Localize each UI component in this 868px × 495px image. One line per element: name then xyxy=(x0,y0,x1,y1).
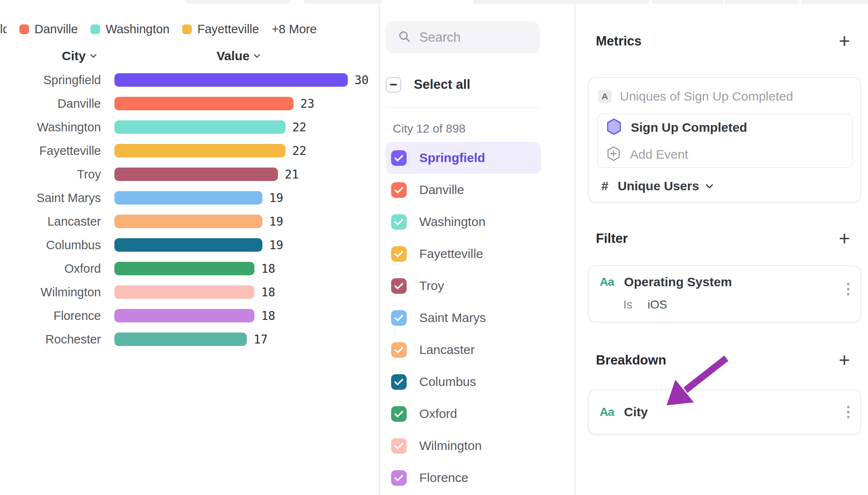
chart-bar[interactable] xyxy=(114,262,254,275)
metrics-section-title: Metrics xyxy=(596,34,642,49)
number-type-icon: # xyxy=(601,179,609,193)
chart-bar[interactable] xyxy=(114,191,262,205)
chart-bar[interactable] xyxy=(114,144,286,157)
chevron-down-icon xyxy=(254,54,260,58)
divider-list-inspector xyxy=(574,4,575,495)
check-icon xyxy=(394,184,403,194)
measure-selector[interactable]: # Unique Users xyxy=(601,178,712,194)
chart-row: Wilmington18 xyxy=(0,280,378,304)
breakdown-card[interactable]: Aa City xyxy=(588,389,861,435)
event-row[interactable]: Sign Up Completed xyxy=(606,119,747,136)
search-input[interactable]: Search xyxy=(386,21,540,53)
select-all-row[interactable]: Select all xyxy=(386,72,470,97)
chart-bar[interactable] xyxy=(114,309,254,322)
check-icon xyxy=(394,440,403,450)
select-all-checkbox[interactable] xyxy=(386,77,401,93)
chart-row: Danville23 xyxy=(0,92,378,115)
checked-checkbox[interactable] xyxy=(391,406,407,422)
list-item-oxford[interactable]: Oxford xyxy=(386,398,541,430)
filter-property-row[interactable]: Aa Operating System xyxy=(600,273,732,291)
list-item-troy[interactable]: Troy xyxy=(386,270,541,302)
analytics-app: { "accent": {"selected_bg": "#f0eefc", "… xyxy=(0,0,868,495)
chart-category-label: Saint Marys xyxy=(0,191,101,205)
list-item-springfield[interactable]: Springfield xyxy=(386,142,541,174)
checked-checkbox[interactable] xyxy=(391,438,407,454)
add-event-row[interactable]: Add Event xyxy=(606,146,688,163)
add-breakdown-button[interactable]: + xyxy=(835,351,854,369)
list-item-fayetteville[interactable]: Fayetteville xyxy=(386,238,541,270)
chart-row: Florence18 xyxy=(0,304,378,327)
event-hexagon-icon xyxy=(606,118,622,137)
list-item-danville[interactable]: Danville xyxy=(386,174,541,206)
list-item-label: Columbus xyxy=(419,375,476,389)
chart-category-label: Oxford xyxy=(0,262,101,276)
column-header-city-label: City xyxy=(62,49,86,63)
chart-bar[interactable] xyxy=(114,120,286,134)
list-item-washington[interactable]: Washington xyxy=(386,206,541,238)
legend-label: Washington xyxy=(106,22,169,36)
checked-checkbox[interactable] xyxy=(391,246,407,262)
add-filter-button[interactable]: + xyxy=(835,229,854,248)
filter-value: iOS xyxy=(648,298,667,311)
checked-checkbox[interactable] xyxy=(391,214,407,230)
chart-bar[interactable] xyxy=(114,97,294,110)
column-header-city[interactable]: City xyxy=(62,49,97,63)
check-icon xyxy=(394,216,403,226)
search-placeholder: Search xyxy=(419,30,460,45)
checked-checkbox[interactable] xyxy=(391,342,407,358)
chart-row: Springfield30 xyxy=(0,68,378,92)
filter-card[interactable]: Aa Operating System Is iOS xyxy=(588,265,861,322)
list-item-label: Washington xyxy=(419,215,485,229)
checked-checkbox[interactable] xyxy=(391,182,407,198)
checked-checkbox[interactable] xyxy=(391,310,407,326)
legend-more-toggle[interactable]: +8 More xyxy=(272,22,317,36)
filter-condition[interactable]: Is iOS xyxy=(623,298,667,311)
list-item-wilmington[interactable]: Wilmington xyxy=(386,430,541,462)
filter-kebab-menu[interactable] xyxy=(847,283,849,295)
column-header-value[interactable]: Value xyxy=(217,49,260,63)
chart-bar[interactable] xyxy=(114,285,254,299)
checked-checkbox[interactable] xyxy=(391,150,407,166)
chart-bar[interactable] xyxy=(114,215,262,228)
list-item-lancaster[interactable]: Lancaster xyxy=(386,334,541,366)
filter-operator: Is xyxy=(623,298,632,311)
chart-row: Columbus19 xyxy=(0,233,378,257)
legend-item[interactable]: Danville xyxy=(19,22,78,36)
chart-row: Saint Marys19 xyxy=(0,186,378,210)
chart-row: Rochester17 xyxy=(0,327,378,351)
chart-bar[interactable] xyxy=(114,168,278,181)
event-card[interactable]: Sign Up Completed Add Event xyxy=(597,113,853,168)
chart-value-label: 19 xyxy=(269,238,283,252)
metric-letter-badge: A xyxy=(598,90,611,103)
checked-checkbox[interactable] xyxy=(391,278,407,294)
legend-item[interactable]: Fayetteville xyxy=(182,22,259,36)
chart-value-label: 22 xyxy=(292,144,307,158)
add-metric-button[interactable]: + xyxy=(835,32,854,50)
list-item-saint-marys[interactable]: Saint Marys xyxy=(386,302,541,334)
chart-bar[interactable] xyxy=(114,333,247,346)
chart-row: Troy21 xyxy=(0,162,378,186)
chart-row: Lancaster19 xyxy=(0,210,378,233)
list-item-columbus[interactable]: Columbus xyxy=(386,366,541,398)
list-item-label: Springfield xyxy=(419,151,485,165)
checked-checkbox[interactable] xyxy=(391,470,407,486)
toolbar-tab-fragment xyxy=(185,0,290,4)
list-item-label: Danville xyxy=(419,183,464,197)
chevron-down-icon xyxy=(706,184,712,188)
list-item-florence[interactable]: Florence xyxy=(386,462,541,494)
legend-item[interactable]: Washington xyxy=(90,22,169,36)
legend-item-clipped: ld xyxy=(0,22,7,36)
chart-legend: ld DanvilleWashingtonFayetteville +8 Mor… xyxy=(0,22,317,36)
metric-card[interactable]: A Uniques of Sign Up Completed Sign Up C… xyxy=(588,77,861,202)
chart-value-label: 19 xyxy=(269,215,283,229)
chart-bar[interactable] xyxy=(114,238,262,252)
chart-value-label: 23 xyxy=(300,97,315,111)
breakdown-kebab-menu[interactable] xyxy=(847,406,849,418)
filter-property-name: Operating System xyxy=(624,275,732,289)
list-item-label: Saint Marys xyxy=(419,311,486,325)
chart-category-label: Florence xyxy=(0,309,101,323)
chart-row: Washington22 xyxy=(0,115,378,139)
chart-bar[interactable] xyxy=(114,73,348,87)
breakdown-property-row[interactable]: Aa City xyxy=(600,390,648,434)
checked-checkbox[interactable] xyxy=(391,374,407,390)
